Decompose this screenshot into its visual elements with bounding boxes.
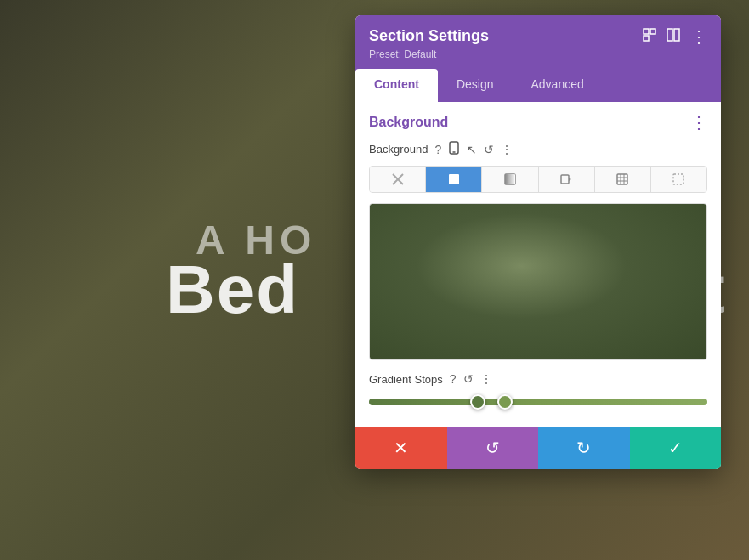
undo-button[interactable]: ↺ (447, 427, 539, 469)
preset-label[interactable]: Preset: Default (369, 48, 707, 60)
slider-track (369, 399, 707, 405)
svg-rect-0 (644, 29, 649, 34)
undo-icon: ↺ (485, 438, 500, 458)
type-video-btn[interactable] (539, 167, 595, 192)
tab-design[interactable]: Design (438, 69, 513, 102)
background-help-icon[interactable]: ? (434, 143, 441, 156)
tab-advanced[interactable]: Advanced (512, 69, 602, 102)
svg-marker-13 (569, 178, 571, 181)
gradient-preview (369, 203, 707, 360)
check-icon: ✓ (668, 438, 683, 458)
cancel-button[interactable]: ✕ (355, 427, 447, 469)
background-mobile-icon[interactable] (448, 141, 460, 157)
gradient-stops-help-icon[interactable]: ? (450, 372, 457, 386)
confirm-button[interactable]: ✓ (630, 427, 722, 469)
panel-header-icons: ⋮ (643, 28, 707, 45)
gradient-stops-row: Gradient Stops ? ↺ ⋮ (369, 372, 707, 386)
gradient-stops-more-icon[interactable]: ⋮ (480, 372, 492, 386)
redo-icon: ↻ (576, 438, 591, 458)
type-pattern-btn[interactable] (595, 167, 651, 192)
type-mask-btn[interactable] (651, 167, 706, 192)
background-more-icon[interactable]: ⋮ (501, 143, 513, 156)
redo-button[interactable]: ↻ (538, 427, 630, 469)
gradient-slider[interactable] (369, 394, 707, 410)
tab-content[interactable]: Content (355, 69, 438, 102)
expand-icon[interactable] (643, 28, 656, 44)
type-gradient-btn[interactable] (482, 167, 538, 192)
svg-rect-19 (673, 174, 684, 184)
panel-title: Section Settings (369, 27, 489, 45)
svg-rect-9 (449, 174, 459, 184)
type-none-btn[interactable] (370, 167, 426, 192)
slider-stop-1[interactable] (470, 394, 485, 410)
background-label: Background (369, 143, 428, 156)
svg-rect-11 (505, 174, 515, 184)
background-cursor-icon[interactable]: ↖ (467, 143, 477, 156)
panel-header-top: Section Settings ⋮ (369, 27, 707, 45)
section-title-row: Background ⋮ (369, 114, 707, 131)
settings-panel: Section Settings ⋮ Preset: Default Conte… (355, 15, 721, 469)
split-view-icon[interactable] (667, 28, 680, 44)
bottom-toolbar: ✕ ↺ ↻ ✓ (355, 427, 721, 469)
kebab-menu-icon[interactable]: ⋮ (690, 28, 707, 45)
section-more-icon[interactable]: ⋮ (690, 114, 707, 131)
gradient-stops-label: Gradient Stops (369, 373, 443, 386)
panel-header: Section Settings ⋮ Preset: Default (355, 15, 721, 69)
slider-stop-2[interactable] (497, 394, 513, 410)
tabs-bar: Content Design Advanced (355, 69, 721, 102)
type-color-btn[interactable] (426, 167, 482, 192)
svg-rect-1 (650, 29, 655, 34)
background-type-selector (369, 166, 707, 193)
cancel-icon: ✕ (394, 438, 408, 458)
svg-rect-3 (667, 29, 672, 41)
background-label-row: Background ? ↖ ↺ ⋮ (369, 141, 707, 157)
section-title: Background (369, 115, 448, 130)
panel-body: Background ⋮ Background ? ↖ ↺ ⋮ (355, 102, 721, 427)
background-reset-icon[interactable]: ↺ (484, 143, 494, 156)
svg-rect-14 (617, 174, 627, 184)
svg-rect-12 (561, 175, 569, 184)
gradient-stops-reset-icon[interactable]: ↺ (463, 372, 474, 386)
svg-rect-2 (644, 36, 649, 41)
scene-text-bed: Bed (166, 251, 299, 329)
svg-rect-4 (674, 29, 679, 41)
